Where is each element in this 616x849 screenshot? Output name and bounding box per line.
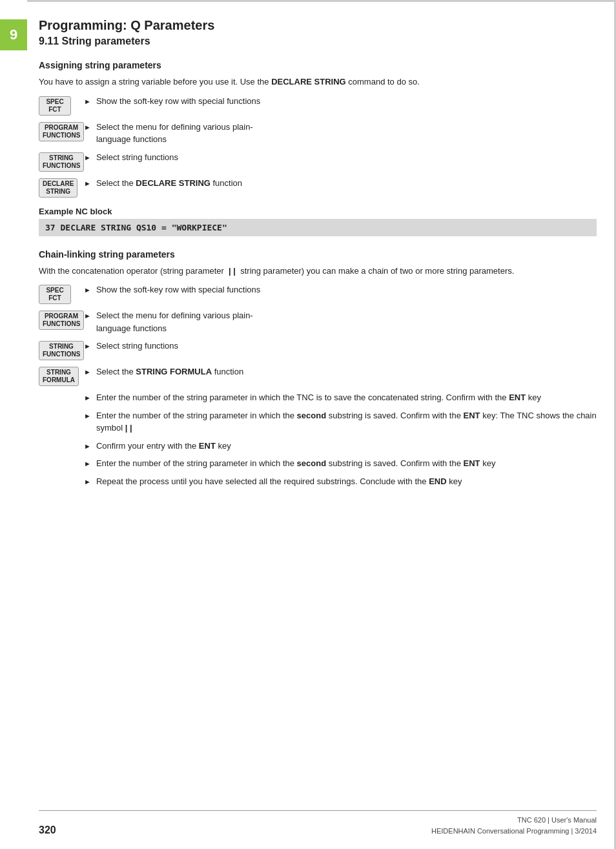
assigning-step-1: SPECFCT ► Show the soft-key row with spe… [39, 95, 597, 116]
chain-linking-section: Chain-linking string parameters With the… [39, 249, 597, 488]
assigning-step-3: STRINGFUNCTIONS ► Select string function… [39, 151, 597, 172]
key-string-formula: STRINGFORMULA [39, 365, 84, 386]
chain-step-4-text: Select the STRING FORMULA function [96, 365, 243, 378]
chain-arrow-4: ► [84, 367, 91, 378]
chain-step-6-text: Enter the number of the string parameter… [96, 409, 597, 435]
chain-step-8-text: Enter the number of the string parameter… [96, 457, 496, 470]
footer-line2: HEIDENHAIN Conversational Programming | … [431, 826, 597, 837]
key-declare-string: DECLARESTRING [39, 177, 84, 198]
arrow-1: ► [84, 96, 91, 107]
chain-step-4: STRINGFORMULA ► Select the STRING FORMUL… [39, 365, 597, 386]
chain-arrow-8: ► [84, 458, 91, 469]
chain-arrow-9: ► [84, 476, 91, 487]
chain-step-5: ► Enter the number of the string paramet… [39, 391, 597, 404]
chain-step-2: PROGRAMFUNCTIONS ► Select the menu for d… [39, 309, 597, 334]
section-title: 9.11 String parameters [39, 36, 597, 47]
step-4-text: Select the DECLARE STRING function [96, 177, 242, 190]
assigning-step-2: PROGRAMFUNCTIONS ► Select the menu for d… [39, 121, 597, 146]
key-empty-1 [39, 391, 84, 393]
assigning-step-4: DECLARESTRING ► Select the DECLARE STRIN… [39, 177, 597, 198]
nc-block: 37 DECLARE STRING QS10 = "WORKPIECE" [39, 219, 597, 236]
chain-step-6: ► Enter the number of the string paramet… [39, 409, 597, 435]
chapter-tab: 9 [0, 0, 27, 849]
key-program-functions-1: PROGRAMFUNCTIONS [39, 121, 84, 141]
key-string-functions-1: STRINGFUNCTIONS [39, 151, 84, 172]
step-3-text: Select string functions [96, 151, 178, 164]
chain-arrow-5: ► [84, 393, 91, 404]
key-empty-2 [39, 409, 84, 411]
chapter-number: 9 [0, 19, 27, 50]
assigning-heading: Assigning string parameters [39, 60, 597, 70]
chain-step-2-text: Select the menu for defining various pla… [96, 309, 253, 334]
chain-step-3-text: Select string functions [96, 340, 178, 353]
chain-step-3: STRINGFUNCTIONS ► Select string function… [39, 340, 597, 360]
footer-info: TNC 620 | User's Manual HEIDENHAIN Conve… [431, 815, 597, 836]
page-number: 320 [39, 824, 56, 836]
chain-step-8: ► Enter the number of the string paramet… [39, 457, 597, 470]
chain-step-7-text: Confirm your entry with the ENT key [96, 440, 231, 453]
page-title: Programming: Q Parameters [39, 18, 597, 33]
assigning-section: Assigning string parameters You have to … [39, 60, 597, 236]
arrow-2: ► [84, 122, 91, 133]
step-2-text: Select the menu for defining various pla… [96, 121, 253, 146]
key-spec-fct-2: SPECFCT [39, 283, 84, 304]
chain-step-9: ► Repeat the process until you have sele… [39, 475, 597, 488]
step-1-text: Show the soft-key row with special funct… [96, 95, 260, 108]
example-label: Example NC block [39, 207, 597, 216]
assigning-intro: You have to assign a string variable bef… [39, 76, 597, 88]
chain-arrow-7: ► [84, 441, 91, 452]
key-empty-5 [39, 475, 84, 476]
chain-step-1: SPECFCT ► Show the soft-key row with spe… [39, 283, 597, 304]
chain-arrow-2: ► [84, 311, 91, 322]
chain-step-9-text: Repeat the process until you have select… [96, 475, 462, 488]
main-content: Programming: Q Parameters 9.11 String pa… [39, 0, 597, 487]
chain-linking-intro: With the concatenation operator (string … [39, 265, 597, 278]
chain-step-1-text: Show the soft-key row with special funct… [96, 283, 260, 296]
chain-arrow-3: ► [84, 341, 91, 352]
chain-linking-heading: Chain-linking string parameters [39, 249, 597, 260]
key-spec-fct-1: SPECFCT [39, 95, 84, 116]
chain-arrow-1: ► [84, 285, 91, 296]
chain-arrow-6: ► [84, 411, 91, 422]
chain-step-7: ► Confirm your entry with the ENT key [39, 440, 597, 453]
footer: 320 TNC 620 | User's Manual HEIDENHAIN C… [39, 810, 597, 836]
key-empty-4 [39, 457, 84, 458]
footer-line1: TNC 620 | User's Manual [431, 815, 597, 826]
arrow-4: ► [84, 178, 91, 189]
top-border [27, 0, 616, 2]
declare-string-bold: DECLARE STRING [271, 77, 346, 87]
key-program-functions-2: PROGRAMFUNCTIONS [39, 309, 84, 330]
key-empty-3 [39, 440, 84, 441]
chain-step-5-text: Enter the number of the string parameter… [96, 391, 541, 404]
arrow-3: ► [84, 152, 91, 163]
key-string-functions-2: STRINGFUNCTIONS [39, 340, 84, 360]
